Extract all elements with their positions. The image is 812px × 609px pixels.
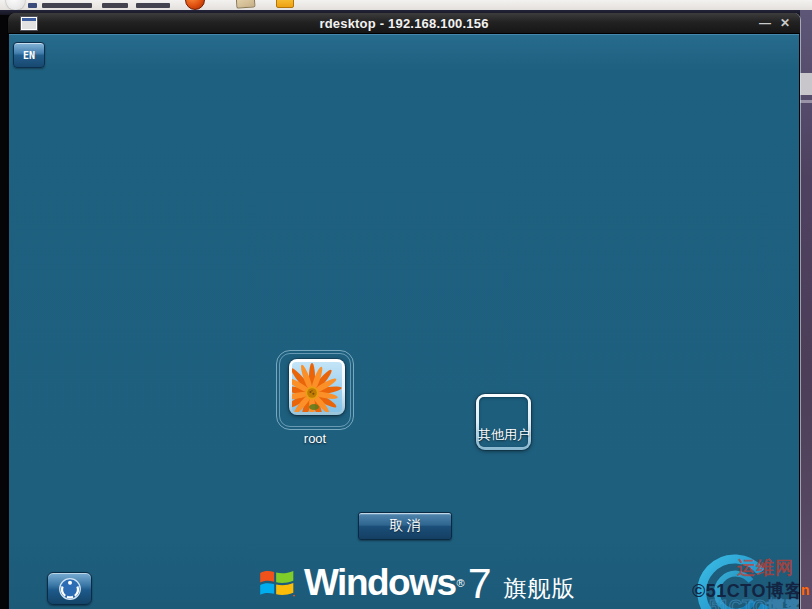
windows7-logon-screen: EN (9, 34, 799, 609)
user-name-other[interactable]: 其他用户 (445, 426, 563, 444)
panel-launcher-folder-icon[interactable] (235, 0, 255, 9)
cancel-button[interactable]: 取消 (358, 512, 452, 540)
brand-windows-text: Windows (304, 562, 456, 604)
user-tile-root[interactable] (276, 350, 354, 430)
watermark-red-text: 运维网 (737, 556, 794, 580)
user-name-root[interactable]: root (276, 431, 354, 446)
app-launcher-icon[interactable] (6, 0, 25, 10)
menu-text-fragment (42, 3, 92, 8)
registered-mark: ® (457, 577, 465, 589)
window-title: rdesktop - 192.168.100.156 (8, 13, 800, 34)
watermark: 运维网 51CTO博客 ©51CTO博客 (679, 545, 799, 609)
language-indicator-button[interactable]: EN (13, 42, 45, 68)
watermark-main-text: ©51CTO博客 (692, 579, 799, 603)
watermark-echo-text: 51CTO博客 (709, 595, 799, 609)
desktop-background-strip: n (800, 10, 812, 609)
menu-text-fragment (136, 3, 170, 8)
brand-edition-text: 旗舰版 (504, 573, 576, 604)
ease-of-access-icon (58, 577, 82, 601)
menu-text-fragment (28, 3, 37, 8)
window-menu-icon[interactable] (21, 17, 37, 30)
panel-launcher-red-icon[interactable] (185, 0, 205, 10)
watermark-logo-icon (695, 553, 777, 609)
flower-avatar-image (292, 362, 342, 412)
close-button[interactable]: ✕ (776, 13, 794, 34)
menu-text-fragment (102, 3, 128, 8)
panel-launcher-yellow-icon[interactable] (276, 0, 294, 8)
background-window-line (800, 100, 812, 103)
brand-version-text: 7 (468, 559, 492, 608)
windows-flag-icon (259, 563, 295, 603)
windows7-brand: Windows®7 旗舰版 (259, 555, 576, 609)
host-desktop-panel (0, 0, 812, 10)
ease-of-access-button[interactable] (47, 572, 92, 605)
window-titlebar[interactable]: rdesktop - 192.168.100.156 — ✕ (8, 13, 800, 34)
watermark-edge-fragment: n (801, 582, 810, 598)
rdesktop-window: rdesktop - 192.168.100.156 — ✕ EN (8, 13, 800, 609)
background-window-edge (800, 73, 812, 95)
minimize-button[interactable]: — (756, 13, 774, 34)
user-avatar-root[interactable] (289, 359, 345, 415)
